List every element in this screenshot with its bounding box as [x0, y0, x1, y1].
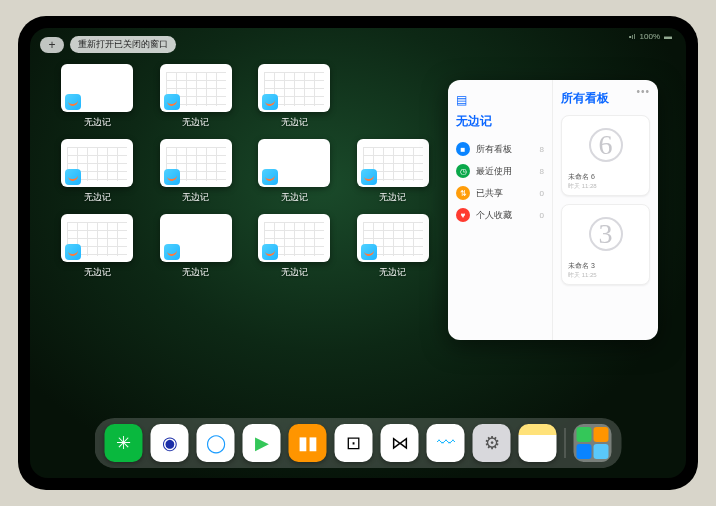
thumbnail-label: 无边记 [84, 116, 111, 129]
clock-icon: ◷ [456, 164, 470, 178]
sidebar-item-count: 0 [540, 211, 544, 220]
dock-app-books[interactable]: ▮▮ [289, 424, 327, 462]
window-thumbnail[interactable]: 无边记 [159, 64, 234, 129]
dock-app-connect[interactable]: ⋈ [381, 424, 419, 462]
board-name: 未命名 6 [568, 172, 643, 182]
screen: •ıl 100% ▬ + 重新打开已关闭的窗口 无边记无边记无边记无边记无边记无… [30, 28, 686, 478]
dock-app-wechat[interactable]: ✳ [105, 424, 143, 462]
thumbnail-label: 无边记 [281, 191, 308, 204]
heart-icon: ♥ [456, 208, 470, 222]
status-bar: •ıl 100% ▬ [629, 32, 672, 41]
dock-app-quark-hd[interactable]: ◉ [151, 424, 189, 462]
more-button[interactable]: ••• [636, 86, 650, 97]
thumbnail-preview [160, 214, 232, 262]
battery-icon: ▬ [664, 32, 672, 41]
new-window-button[interactable]: + [40, 37, 64, 53]
slideover-panel[interactable]: ▤ 无边记 ■ 所有看板 8◷ 最近使用 8⇅ 已共享 0♥ 个人收藏 0 ••… [448, 80, 658, 340]
thumbnail-preview [357, 139, 429, 187]
sidebar-item-count: 0 [540, 189, 544, 198]
thumbnail-preview [258, 139, 330, 187]
board-preview: 6 [566, 120, 645, 170]
freeform-icon [164, 94, 180, 110]
ipad-frame: •ıl 100% ▬ + 重新打开已关闭的窗口 无边记无边记无边记无边记无边记无… [18, 16, 698, 490]
window-thumbnail[interactable]: 无边记 [159, 139, 234, 204]
sidebar-item-heart[interactable]: ♥ 个人收藏 0 [456, 204, 544, 226]
dock-app-quark[interactable]: ◯ [197, 424, 235, 462]
board-name: 未命名 3 [568, 261, 643, 271]
sidebar-title: 无边记 [456, 113, 544, 130]
thumbnail-label: 无边记 [84, 191, 111, 204]
window-thumbnail[interactable]: 无边记 [60, 139, 135, 204]
thumbnail-preview [61, 139, 133, 187]
thumbnail-preview [357, 214, 429, 262]
sidebar-item-label: 已共享 [476, 187, 503, 200]
thumbnail-label: 无边记 [182, 116, 209, 129]
freeform-icon [361, 244, 377, 260]
thumbnail-label: 无边记 [182, 266, 209, 279]
window-thumbnail[interactable]: 无边记 [356, 139, 431, 204]
thumbnail-preview [160, 139, 232, 187]
boards-panel: ••• 所有看板 6 未命名 6 昨天 11:283 未命名 3 昨天 11:2… [553, 80, 658, 340]
battery-label: 100% [640, 32, 660, 41]
sidebar-item-label: 所有看板 [476, 143, 512, 156]
window-thumbnail[interactable]: 无边记 [60, 214, 135, 279]
freeform-icon [164, 244, 180, 260]
thumbnail-preview [258, 214, 330, 262]
window-thumbnail[interactable]: 无边记 [257, 214, 332, 279]
dock-app-dice[interactable]: ⊡ [335, 424, 373, 462]
freeform-icon [262, 94, 278, 110]
window-thumbnail[interactable]: 无边记 [356, 214, 431, 279]
freeform-icon [65, 94, 81, 110]
dock: ✳◉◯▶▮▮⊡⋈〰⚙ [95, 418, 622, 468]
dock-app-notes[interactable] [519, 424, 557, 462]
window-grid: 无边记无边记无边记无边记无边记无边记无边记无边记无边记无边记无边记无边记 [60, 64, 430, 279]
board-time: 昨天 11:28 [568, 182, 643, 191]
thumbnail-label: 无边记 [182, 191, 209, 204]
thumbnail-preview [160, 64, 232, 112]
sidebar: ▤ 无边记 ■ 所有看板 8◷ 最近使用 8⇅ 已共享 0♥ 个人收藏 0 [448, 80, 553, 340]
sidebar-item-square[interactable]: ■ 所有看板 8 [456, 138, 544, 160]
freeform-icon [65, 169, 81, 185]
window-thumbnail[interactable]: 无边记 [257, 139, 332, 204]
signal-icon: •ıl [629, 32, 636, 41]
freeform-icon [164, 169, 180, 185]
freeform-icon [262, 169, 278, 185]
dock-app-freeform[interactable]: 〰 [427, 424, 465, 462]
board-time: 昨天 11:25 [568, 271, 643, 280]
sidebar-item-clock[interactable]: ◷ 最近使用 8 [456, 160, 544, 182]
sidebar-item-share[interactable]: ⇅ 已共享 0 [456, 182, 544, 204]
board-preview: 3 [566, 209, 645, 259]
thumbnail-label: 无边记 [379, 266, 406, 279]
thumbnail-preview [258, 64, 330, 112]
thumbnail-label: 无边记 [281, 116, 308, 129]
dock-separator [565, 428, 566, 458]
board-item[interactable]: 3 未命名 3 昨天 11:25 [561, 204, 650, 285]
window-thumbnail[interactable]: 无边记 [60, 64, 135, 129]
share-icon: ⇅ [456, 186, 470, 200]
thumbnail-label: 无边记 [379, 191, 406, 204]
square-icon: ■ [456, 142, 470, 156]
dock-app-settings[interactable]: ⚙ [473, 424, 511, 462]
reopen-closed-window-button[interactable]: 重新打开已关闭的窗口 [70, 36, 176, 53]
sidebar-item-label: 最近使用 [476, 165, 512, 178]
thumbnail-label: 无边记 [84, 266, 111, 279]
board-item[interactable]: 6 未命名 6 昨天 11:28 [561, 115, 650, 196]
window-thumbnail[interactable]: 无边记 [159, 214, 234, 279]
window-thumbnail[interactable]: 无边记 [257, 64, 332, 129]
sidebar-icon: ▤ [456, 93, 467, 107]
thumbnail-preview [61, 214, 133, 262]
sidebar-item-label: 个人收藏 [476, 209, 512, 222]
sidebar-item-count: 8 [540, 167, 544, 176]
recent-apps-cluster[interactable] [574, 424, 612, 462]
thumbnail-label: 无边记 [281, 266, 308, 279]
freeform-icon [361, 169, 377, 185]
thumbnail-preview [61, 64, 133, 112]
top-bar: + 重新打开已关闭的窗口 [40, 36, 176, 53]
freeform-icon [65, 244, 81, 260]
freeform-icon [262, 244, 278, 260]
sidebar-item-count: 8 [540, 145, 544, 154]
dock-app-play[interactable]: ▶ [243, 424, 281, 462]
